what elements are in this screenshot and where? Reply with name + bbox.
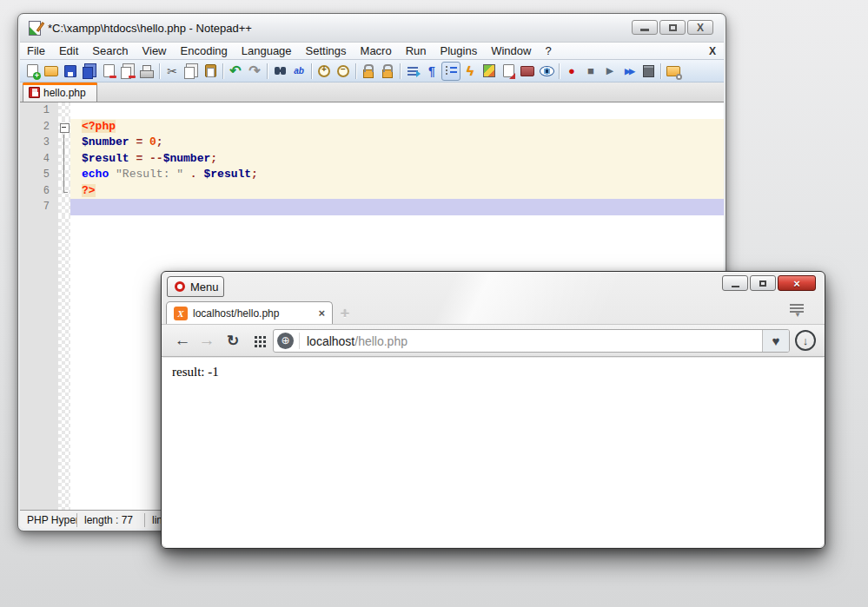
maximize-icon xyxy=(759,280,766,287)
menu-item-view[interactable]: View xyxy=(136,44,174,57)
menu-item-macro[interactable]: Macro xyxy=(354,44,399,57)
zoom-out-icon[interactable] xyxy=(334,62,353,81)
site-badge-icon[interactable]: ⊕ xyxy=(277,333,294,349)
macro-record-icon[interactable] xyxy=(562,62,581,81)
paste-icon[interactable] xyxy=(201,62,220,81)
opera-menu-label: Menu xyxy=(190,280,219,294)
fold-margin[interactable] xyxy=(58,167,70,183)
npp-maximize-button[interactable] xyxy=(659,20,686,35)
code-line-5[interactable]: 5echo "Result: " . $result; xyxy=(20,167,724,183)
opera-tab-title: localhost/hello.php xyxy=(193,307,313,320)
minimize-icon xyxy=(732,286,739,287)
tab-close-icon[interactable]: × xyxy=(318,307,325,319)
code-line-2[interactable]: 2<?php xyxy=(20,119,724,135)
address-bar[interactable]: ⊕ localhost/hello.php ♥ xyxy=(273,329,790,353)
menu-item-file[interactable]: File xyxy=(20,44,52,57)
reload-button[interactable]: ↻ xyxy=(222,330,243,351)
word-wrap-icon[interactable] xyxy=(403,62,422,81)
forward-button[interactable]: → xyxy=(196,330,217,351)
back-button[interactable]: ← xyxy=(172,330,193,351)
indent-guide-icon[interactable] xyxy=(441,62,461,81)
menu-item-search[interactable]: Search xyxy=(85,44,135,57)
line-number: 1 xyxy=(20,102,58,119)
view-monitor-icon[interactable] xyxy=(537,62,556,81)
folder-workspace-icon[interactable] xyxy=(518,62,537,81)
fold-margin[interactable] xyxy=(58,199,70,215)
menu-item-encoding[interactable]: Encoding xyxy=(174,44,235,57)
menu-item-run[interactable]: Run xyxy=(399,44,434,57)
npp-toolbar xyxy=(20,60,724,82)
npp-titlebar[interactable]: *C:\xampp\htdocs\hello.php - Notepad++ X xyxy=(20,14,724,42)
opera-close-button[interactable]: × xyxy=(778,275,816,291)
plugins-admin-icon[interactable] xyxy=(664,62,683,81)
menu-item-settings[interactable]: Settings xyxy=(299,44,354,57)
replace-icon[interactable] xyxy=(289,62,308,81)
macro-stop-icon[interactable] xyxy=(581,62,600,81)
save-icon[interactable] xyxy=(61,62,80,81)
sync-scroll-h-icon[interactable] xyxy=(378,62,397,81)
opera-toolbar: ← → ↻ ⊕ localhost/hello.php ♥ ↓ xyxy=(162,324,825,357)
opera-window: Menu × X localhost/hello.php × + ▼ ← → ↻… xyxy=(161,271,825,549)
line-number: 4 xyxy=(20,151,58,168)
menu-item-language[interactable]: Language xyxy=(235,44,299,57)
fold-margin[interactable] xyxy=(58,183,70,200)
toolbar-separator xyxy=(159,63,160,79)
cut-icon[interactable] xyxy=(162,62,182,81)
line-number-gutter xyxy=(20,215,58,511)
code-text xyxy=(70,199,724,215)
close-doc-icon[interactable] xyxy=(99,62,118,81)
find-icon[interactable] xyxy=(270,62,289,81)
menu-item-edit[interactable]: Edit xyxy=(52,44,85,57)
new-file-icon[interactable] xyxy=(23,62,42,81)
undo-icon[interactable] xyxy=(226,62,245,81)
fold-margin[interactable] xyxy=(58,151,70,168)
url-text[interactable]: localhost/hello.php xyxy=(307,334,762,348)
new-tab-button[interactable]: + xyxy=(341,305,349,322)
code-line-7[interactable]: 7 xyxy=(20,199,724,215)
npp-tab-hello-php[interactable]: hello.php xyxy=(23,82,97,102)
zoom-in-icon[interactable] xyxy=(315,62,334,81)
npp-menubar-close-button[interactable]: X xyxy=(709,45,716,57)
fold-margin[interactable] xyxy=(58,135,70,151)
redo-icon[interactable] xyxy=(245,62,264,81)
print-icon[interactable] xyxy=(137,62,156,81)
fold-margin[interactable] xyxy=(58,102,70,119)
menu-item-help[interactable]: ? xyxy=(538,44,558,57)
npp-minimize-button[interactable] xyxy=(632,20,658,35)
sync-scroll-v-icon[interactable] xyxy=(359,62,378,81)
open-folder-icon[interactable] xyxy=(42,62,61,81)
bookmark-heart-button[interactable]: ♥ xyxy=(762,330,789,352)
opera-minimize-button[interactable] xyxy=(722,275,748,291)
url-host: localhost xyxy=(307,334,354,348)
menu-item-plugins[interactable]: Plugins xyxy=(434,44,485,57)
function-completion-icon[interactable] xyxy=(461,62,480,81)
minimize-icon xyxy=(640,29,649,31)
code-line-1[interactable]: 1 xyxy=(20,102,724,119)
save-all-icon[interactable] xyxy=(80,62,99,81)
status-field-0: PHP Hyperte xyxy=(20,513,77,527)
fold-margin[interactable] xyxy=(58,119,70,135)
doc-switcher-icon[interactable] xyxy=(499,62,518,81)
opera-menu-button[interactable]: Menu xyxy=(167,276,224,297)
downloads-button[interactable]: ↓ xyxy=(795,330,816,351)
copy-icon[interactable] xyxy=(182,62,201,81)
code-line-6[interactable]: 6?> xyxy=(20,183,724,200)
npp-window-title: *C:\xampp\htdocs\hello.php - Notepad++ xyxy=(48,22,252,35)
code-line-4[interactable]: 4$result = --$number; xyxy=(20,151,724,168)
macro-run-multi-icon[interactable] xyxy=(620,62,639,81)
opera-maximize-button[interactable] xyxy=(750,275,776,291)
toolbar-separator xyxy=(222,63,223,79)
npp-close-button[interactable]: X xyxy=(687,20,713,35)
fold-margin xyxy=(58,215,70,511)
line-number: 5 xyxy=(20,167,58,183)
macro-save-icon[interactable] xyxy=(639,62,658,81)
code-line-3[interactable]: 3$number = 0; xyxy=(20,135,724,151)
menu-item-window[interactable]: Window xyxy=(484,44,538,57)
opera-tab-localhost[interactable]: X localhost/hello.php × xyxy=(166,301,333,324)
speed-dial-button[interactable] xyxy=(248,330,269,351)
macro-play-icon[interactable] xyxy=(600,62,620,81)
show-all-chars-icon[interactable] xyxy=(422,62,441,81)
close-all-docs-icon[interactable] xyxy=(118,62,137,81)
document-map-icon[interactable] xyxy=(480,62,499,81)
tab-menu-button[interactable]: ▼ xyxy=(790,304,805,320)
